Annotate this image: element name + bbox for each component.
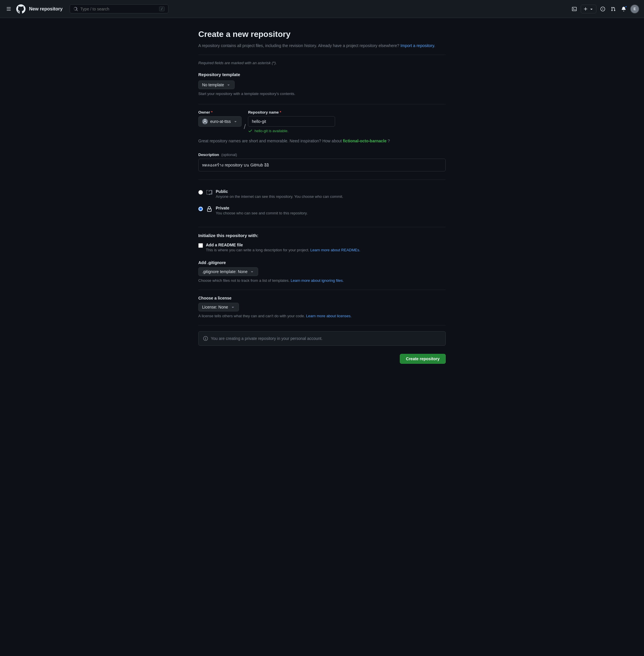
info-icon <box>203 336 208 341</box>
gitignore-chevron-icon <box>250 269 254 274</box>
search-container: / <box>70 4 168 13</box>
main-content: Create a new repository A repository con… <box>191 18 453 387</box>
slash-kbd: / <box>159 6 165 11</box>
template-description: Start your repository with a template re… <box>198 91 446 96</box>
private-note-text: You are creating a private repository in… <box>211 336 323 341</box>
inspiration-text: Great repository names are short and mem… <box>198 138 446 144</box>
private-text-group: Private You choose who can see and commi… <box>216 206 446 215</box>
readme-link[interactable]: Learn more about READMEs. <box>310 248 360 252</box>
template-dropdown[interactable]: No template <box>198 81 235 89</box>
template-label: Repository template <box>198 72 446 77</box>
description-label: Description (optional) <box>198 153 446 157</box>
create-repository-button[interactable]: Create repository <box>400 354 446 364</box>
gitignore-label: Add .gitignore <box>198 260 446 265</box>
license-link[interactable]: Learn more about licenses. <box>306 314 352 318</box>
license-description: A license tells others what they can and… <box>198 314 446 318</box>
repo-name-input[interactable] <box>248 116 335 127</box>
divider-3 <box>198 179 446 180</box>
header-actions: E <box>570 4 639 14</box>
gitignore-description: Choose which files not to track from a l… <box>198 278 446 283</box>
repo-name-required-star: * <box>280 110 281 114</box>
terminal-icon <box>572 7 577 11</box>
book-icon <box>206 190 212 196</box>
gitignore-section: Add .gitignore .gitignore template: None… <box>198 260 446 283</box>
visibility-section: Public Anyone on the internet can see th… <box>198 185 446 219</box>
header-left: New repository <box>5 4 63 14</box>
owner-avatar-icon <box>202 118 208 124</box>
page-header-title: New repository <box>29 6 63 12</box>
divider-2 <box>198 104 446 104</box>
owner-repo-section: Owner * euro-at-ttss / <box>198 110 446 144</box>
license-dropdown[interactable]: License: None <box>198 303 239 311</box>
issues-button[interactable] <box>599 5 607 13</box>
owner-chevron-icon <box>233 119 238 124</box>
repo-name-section: Repository name * hello-git is available… <box>248 110 446 133</box>
plus-icon <box>583 7 588 11</box>
gitignore-link[interactable]: Learn more about ignoring files. <box>291 278 344 283</box>
page-description: A repository contains all project files,… <box>198 42 446 49</box>
availability-message: hello-git is available. <box>248 128 446 133</box>
slash-separator: / <box>242 122 248 133</box>
divider-1 <box>198 54 446 55</box>
description-section: Description (optional) <box>198 153 446 171</box>
readme-text-group: Add a README file This is where you can … <box>206 243 446 252</box>
hamburger-icon <box>6 7 11 11</box>
public-title: Public <box>216 189 446 194</box>
public-text-group: Public Anyone on the internet can see th… <box>216 189 446 199</box>
private-title: Private <box>216 206 446 210</box>
license-label: Choose a license <box>198 296 446 300</box>
readme-desc: This is where you can write a long descr… <box>206 248 446 252</box>
pull-requests-button[interactable] <box>609 5 617 13</box>
search-input[interactable] <box>80 7 157 11</box>
page-title: Create a new repository <box>198 30 446 39</box>
terminal-button[interactable] <box>570 5 578 13</box>
menu-button[interactable] <box>5 5 13 13</box>
readme-option: Add a README file This is where you can … <box>198 243 446 252</box>
initialize-section: Initialize this repository with: Add a R… <box>198 233 446 252</box>
check-icon <box>248 128 253 133</box>
owner-dropdown[interactable]: euro-at-ttss <box>198 116 242 127</box>
notification-dot <box>625 5 627 8</box>
required-note: Required fields are marked with an aster… <box>198 61 446 65</box>
avatar-button[interactable]: E <box>630 4 639 14</box>
lock-icon <box>206 206 212 212</box>
issues-icon <box>600 7 605 11</box>
readme-title: Add a README file <box>206 243 446 247</box>
owner-label: Owner * <box>198 110 242 114</box>
import-link[interactable]: Import a repository. <box>400 43 435 48</box>
license-chevron-icon <box>231 305 235 309</box>
template-chevron-icon <box>226 83 231 87</box>
owner-required-star: * <box>211 110 212 114</box>
owner-repo-row: Owner * euro-at-ttss / <box>198 110 446 133</box>
readme-checkbox[interactable] <box>198 243 203 248</box>
license-section: Choose a license License: None A license… <box>198 296 446 318</box>
repo-name-label: Repository name * <box>248 110 446 114</box>
public-desc: Anyone on the internet can see this repo… <box>216 194 446 199</box>
person-icon <box>203 119 207 124</box>
initialize-title: Initialize this repository with: <box>198 233 446 238</box>
create-button-row: Create repository <box>198 354 446 364</box>
inspiration-suggestion[interactable]: fictional-octo-barnacle <box>343 138 387 143</box>
public-option[interactable]: Public Anyone on the internet can see th… <box>198 185 446 202</box>
github-logo <box>16 4 26 14</box>
plus-dropdown-icon <box>589 7 594 11</box>
gitignore-dropdown[interactable]: .gitignore template: None <box>198 267 258 276</box>
new-button[interactable] <box>581 5 596 13</box>
search-box: / <box>70 4 168 13</box>
private-note: You are creating a private repository in… <box>198 331 446 346</box>
owner-section: Owner * euro-at-ttss <box>198 110 242 127</box>
divider-6 <box>198 325 446 325</box>
avatar: E <box>630 4 639 14</box>
header: New repository / <box>0 0 644 18</box>
description-input[interactable] <box>198 159 446 171</box>
divider-5 <box>198 290 446 290</box>
divider-4 <box>198 227 446 227</box>
private-desc: You choose who can see and commit to thi… <box>216 211 446 215</box>
template-section: Repository template No template Start yo… <box>198 72 446 96</box>
notifications-button[interactable] <box>620 5 628 13</box>
private-radio[interactable] <box>198 206 203 211</box>
pull-requests-icon <box>611 7 616 11</box>
private-option[interactable]: Private You choose who can see and commi… <box>198 202 446 219</box>
public-radio[interactable] <box>198 190 203 195</box>
search-icon <box>73 7 78 11</box>
